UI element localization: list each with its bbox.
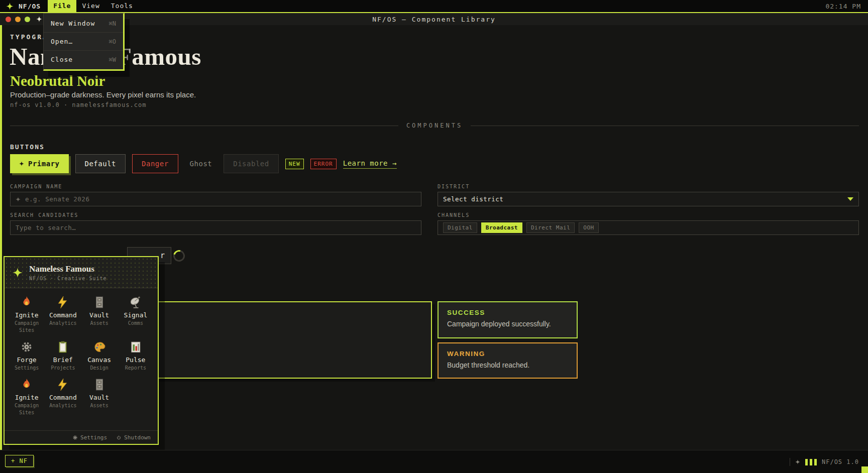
danger-button-label: Danger [142,160,169,168]
menu-item-shortcut: ⌘W [109,56,116,63]
app-tile-signal[interactable]: Signal Comms [118,296,154,334]
menu-tools[interactable]: Tools [105,0,139,12]
campaign-name-input[interactable] [25,195,416,203]
launcher-subtitle: NF/OS · Creative Suite [29,276,106,281]
ghost-button[interactable]: Ghost [185,154,218,173]
taskbar-status-area: NF/OS 1.0 [790,450,859,473]
divider-line [10,126,398,126]
divider-line [471,126,859,126]
success-alert-message: Campaign deployed successfully. [447,320,568,328]
app-sublabel: Campaign Sites [9,402,45,416]
app-sublabel: Settings [9,365,45,372]
launcher-app-grid: Ignite Campaign Sites Command Analytics … [5,288,158,416]
clock: 02:14 PM [825,3,868,10]
channel-chip-broadcast[interactable]: Broadcast [481,222,522,233]
app-name: Ignite [9,394,45,401]
launcher-shutdown-button[interactable]: Shutdown [116,434,151,441]
app-tile-forge[interactable]: Forge Settings [9,340,45,372]
default-button[interactable]: Default [75,154,126,173]
app-name: Ignite [9,311,45,319]
district-selected-value: Select district [443,195,847,203]
danger-button[interactable]: Danger [132,154,178,173]
success-alert: SUCCESS Campaign deployed successfully. [438,301,578,338]
chevron-down-icon [847,197,853,201]
success-alert-title: SUCCESS [447,309,568,316]
channel-chip-digital[interactable]: Digital [443,222,477,233]
district-select[interactable]: Select district [438,192,859,206]
os-version: NF/OS 1.0 [822,458,859,465]
bolt-icon [56,378,69,391]
menu-file[interactable]: File [48,0,76,12]
app-tile-command[interactable]: Command Analytics [45,296,81,334]
primary-button-label: Primary [28,160,60,168]
campaign-name-label: CAMPAIGN NAME [10,184,62,189]
error-badge: ERROR [310,159,337,169]
launcher-settings-button[interactable]: Settings [72,434,107,441]
button-showcase-row: Primary Default Danger Ghost Disabled NE… [10,154,397,174]
district-label: DISTRICT [438,184,470,189]
menu-item-shortcut: ⌘O [109,38,116,45]
input-sparkle-icon [16,197,21,202]
app-sublabel: Analytics [45,402,81,409]
taskbar: + NF NF/OS 1.0 [0,450,868,473]
menu-item-new-window[interactable]: New Window ⌘N [44,15,123,32]
app-tile-pulse[interactable]: Pulse Reports [118,340,154,372]
app-name: Brief [45,356,81,364]
window-titlebar: NF/OS — Component Library [0,12,868,25]
app-tile-vault[interactable]: Vault Assets [81,378,118,416]
primary-button[interactable]: Primary [10,154,69,173]
default-button-label: Default [85,160,117,168]
app-name: Forge [9,356,45,364]
app-sublabel: Analytics [45,320,81,327]
app-name: Signal [118,311,154,319]
app-sublabel: Comms [118,320,154,327]
app-tile-command[interactable]: Command Analytics [45,378,81,416]
learn-more-link[interactable]: Learn more → [343,159,397,169]
search-candidates-field[interactable] [10,220,421,235]
bolt-icon [56,296,69,309]
channel-chip-direct-mail[interactable]: Direct Mail [526,222,575,233]
campaign-name-field[interactable] [10,192,421,206]
launcher-footer: Settings Shutdown [5,430,158,444]
clipboard-icon [56,340,69,353]
app-sublabel: Assets [81,320,118,327]
tagline: Production–grade darkness. Every pixel e… [10,90,196,99]
start-menu-button[interactable]: + NF [5,455,34,467]
cabinet-icon [93,378,106,391]
satellite-icon [129,296,142,309]
components-divider: COMPONENTS [10,122,859,129]
app-tile-canvas[interactable]: Canvas Design [81,340,118,372]
power-icon [116,435,122,440]
gear-icon [20,340,33,353]
app-sublabel: Assets [81,402,118,409]
menu-item-label: Open… [51,38,73,45]
file-dropdown-menu: New Window ⌘N Open… ⌘O Close ⌘W [43,13,125,71]
warning-alert-title: WARNING [447,350,568,358]
app-tile-ignite[interactable]: Ignite Campaign Sites [9,378,45,416]
app-sublabel: Projects [45,365,81,372]
app-name: Canvas [81,356,118,364]
os-menubar: NF/OS File View Tools 02:14 PM [0,0,868,12]
app-sublabel: Design [81,365,118,372]
menu-item-shortcut: ⌘N [109,20,116,27]
menu-view[interactable]: View [76,0,105,12]
channels-label: CHANNELS [438,212,470,218]
app-tile-vault[interactable]: Vault Assets [81,296,118,334]
search-candidates-label: SEARCH CANDIDATES [10,212,78,218]
launcher-header: Nameless Famous NF/OS · Creative Suite [5,257,158,288]
taskbar-divider [790,458,790,466]
launcher-title: Nameless Famous [29,264,106,274]
search-candidates-input[interactable] [16,224,416,231]
menu-item-close[interactable]: Close ⌘W [44,50,123,68]
ghost-button-label: Ghost [190,160,212,168]
app-tile-ignite[interactable]: Ignite Campaign Sites [9,296,45,334]
disabled-button-label: Disabled [233,160,269,168]
menu-item-open[interactable]: Open… ⌘O [44,32,123,50]
app-tile-brief[interactable]: Brief Projects [45,340,81,372]
launcher-sparkle-icon [13,268,23,278]
nf-logo-sparkle-icon [6,3,14,10]
app-name: Command [45,311,81,319]
window-accent-edge [0,25,2,450]
channel-chip-ooh[interactable]: OOH [579,222,598,233]
channels-group: Digital Broadcast Direct Mail OOH [438,220,859,235]
